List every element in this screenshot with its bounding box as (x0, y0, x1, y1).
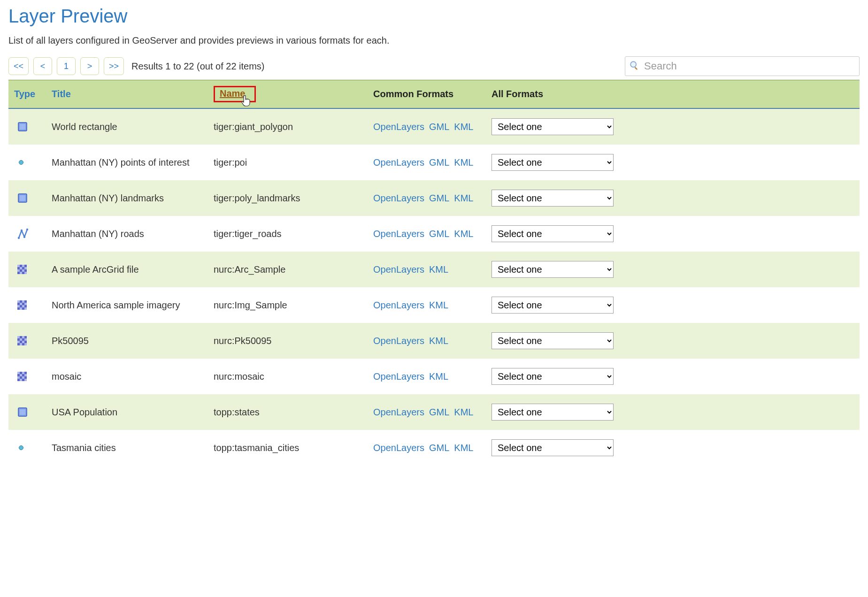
col-header-all-formats: All Formats (486, 80, 860, 109)
all-formats-select[interactable]: Select one (492, 190, 614, 207)
pager-next-button[interactable]: > (80, 57, 99, 75)
all-formats-select[interactable]: Select one (492, 439, 614, 456)
svg-rect-1 (634, 67, 638, 70)
openlayers-link[interactable]: OpenLayers (373, 157, 424, 168)
point-icon (17, 158, 41, 167)
all-formats-select[interactable]: Select one (492, 154, 614, 171)
all-formats-cell: Select one (486, 394, 860, 430)
table-row: mosaicnurc:mosaicOpenLayersKMLSelect one (8, 359, 860, 394)
gml-link[interactable]: GML (429, 443, 449, 453)
all-formats-cell: Select one (486, 108, 860, 145)
gml-link[interactable]: GML (429, 193, 449, 203)
svg-point-0 (630, 61, 636, 67)
gml-link[interactable]: GML (429, 229, 449, 239)
common-formats-cell: OpenLayersGMLKML (368, 145, 486, 180)
openlayers-link[interactable]: OpenLayers (373, 264, 424, 275)
svg-rect-23 (20, 303, 22, 305)
pager-current-page[interactable]: 1 (57, 57, 76, 75)
kml-link[interactable]: KML (454, 443, 473, 453)
all-formats-cell: Select one (486, 180, 860, 216)
table-row: USA Populationtopp:statesOpenLayersGMLKM… (8, 394, 860, 430)
layer-title: Manhattan (NY) roads (46, 216, 208, 252)
col-header-name[interactable]: Name (208, 80, 368, 109)
layer-title: mosaic (46, 359, 208, 394)
svg-rect-17 (22, 269, 24, 272)
table-row: A sample ArcGrid filenurc:Arc_SampleOpen… (8, 252, 860, 287)
page-title: Layer Preview (8, 6, 860, 27)
openlayers-link[interactable]: OpenLayers (373, 300, 424, 310)
layer-type-cell (8, 287, 46, 323)
svg-rect-33 (24, 338, 27, 341)
gml-link[interactable]: GML (429, 157, 449, 168)
gml-link[interactable]: GML (429, 122, 449, 132)
common-formats-cell: OpenLayersKML (368, 359, 486, 394)
table-row: Manhattan (NY) points of interesttiger:p… (8, 145, 860, 180)
svg-point-4 (19, 161, 23, 165)
kml-link[interactable]: KML (454, 157, 473, 168)
layer-type-cell (8, 359, 46, 394)
kml-link[interactable]: KML (454, 229, 473, 239)
openlayers-link[interactable]: OpenLayers (373, 407, 424, 417)
layer-title: A sample ArcGrid file (46, 252, 208, 287)
results-summary: Results 1 to 22 (out of 22 items) (131, 61, 264, 72)
all-formats-select[interactable]: Select one (492, 225, 614, 242)
table-row: Tasmania citiestopp:tasmania_citiesOpenL… (8, 430, 860, 466)
layer-name: tiger:poi (208, 145, 368, 180)
all-formats-select[interactable]: Select one (492, 297, 614, 314)
all-formats-select[interactable]: Select one (492, 118, 614, 135)
layer-title: USA Population (46, 394, 208, 430)
col-header-common-formats: Common Formats (368, 80, 486, 109)
svg-point-9 (23, 236, 25, 238)
svg-rect-44 (22, 376, 24, 379)
svg-rect-26 (22, 305, 24, 307)
search-field-wrap[interactable] (625, 56, 860, 76)
svg-rect-40 (22, 372, 24, 374)
all-formats-select[interactable]: Select one (492, 332, 614, 349)
table-row: World rectangletiger:giant_polygonOpenLa… (8, 108, 860, 145)
gml-link[interactable]: GML (429, 407, 449, 417)
svg-point-10 (26, 229, 28, 230)
pager-prev-button[interactable]: < (33, 57, 52, 75)
layer-title: North America sample imagery (46, 287, 208, 323)
svg-rect-13 (22, 265, 24, 267)
layer-title: Manhattan (NY) points of interest (46, 145, 208, 180)
pager-last-button[interactable]: >> (104, 57, 124, 75)
layers-table: Type Title Name Com (8, 80, 860, 466)
common-formats-cell: OpenLayersGMLKML (368, 216, 486, 252)
svg-rect-25 (17, 305, 20, 307)
layer-type-cell (8, 394, 46, 430)
pager-first-button[interactable]: << (8, 57, 29, 75)
openlayers-link[interactable]: OpenLayers (373, 443, 424, 453)
layer-name: tiger:tiger_roads (208, 216, 368, 252)
openlayers-link[interactable]: OpenLayers (373, 122, 424, 132)
kml-link[interactable]: KML (429, 264, 448, 275)
openlayers-link[interactable]: OpenLayers (373, 371, 424, 382)
kml-link[interactable]: KML (454, 193, 473, 203)
openlayers-link[interactable]: OpenLayers (373, 229, 424, 239)
svg-rect-41 (20, 374, 22, 376)
layer-name: topp:states (208, 394, 368, 430)
openlayers-link[interactable]: OpenLayers (373, 193, 424, 203)
search-input[interactable] (643, 60, 855, 73)
all-formats-select[interactable]: Select one (492, 404, 614, 421)
svg-rect-46 (24, 379, 27, 381)
raster-icon (17, 336, 41, 346)
all-formats-select[interactable]: Select one (492, 368, 614, 385)
raster-icon (17, 264, 41, 275)
kml-link[interactable]: KML (429, 336, 448, 346)
openlayers-link[interactable]: OpenLayers (373, 336, 424, 346)
all-formats-cell: Select one (486, 216, 860, 252)
col-header-name-sort-link[interactable]: Name (220, 88, 245, 99)
col-header-title[interactable]: Title (46, 80, 208, 109)
kml-link[interactable]: KML (429, 300, 448, 310)
col-header-type[interactable]: Type (8, 80, 46, 109)
svg-rect-3 (20, 124, 25, 130)
layer-name: tiger:poly_landmarks (208, 180, 368, 216)
layer-type-cell (8, 430, 46, 466)
kml-link[interactable]: KML (454, 122, 473, 132)
kml-link[interactable]: KML (429, 371, 448, 382)
svg-point-7 (18, 237, 20, 239)
kml-link[interactable]: KML (454, 407, 473, 417)
svg-rect-43 (17, 376, 20, 379)
all-formats-select[interactable]: Select one (492, 261, 614, 278)
